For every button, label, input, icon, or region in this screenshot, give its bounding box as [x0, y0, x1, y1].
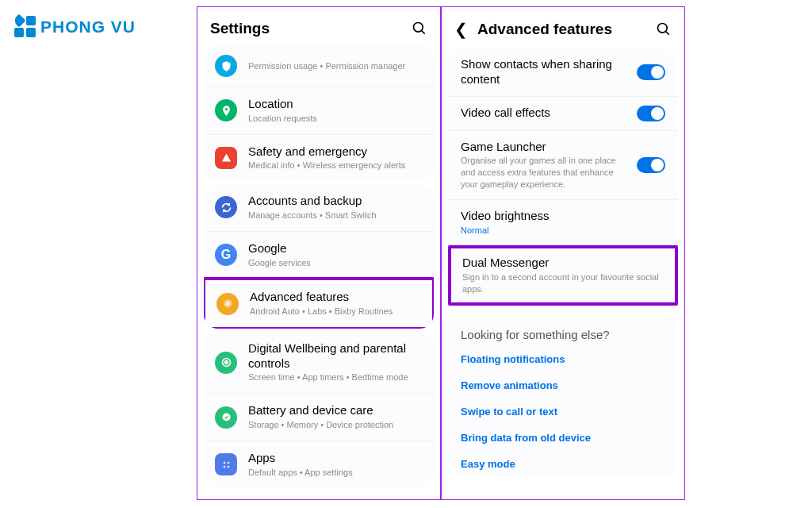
link-floating-notifications[interactable]: Floating notifications — [448, 346, 678, 372]
link-swipe-call-text[interactable]: Swipe to call or text — [448, 398, 678, 425]
row-title: Accounts and backup — [248, 194, 423, 209]
toggle-show-contacts[interactable]: Show contacts when sharing content — [448, 48, 678, 97]
logo-text: PHONG VU — [40, 17, 136, 37]
settings-scroll[interactable]: Permission usage • Permission manager Lo… — [197, 42, 440, 493]
settings-header: Settings — [197, 7, 440, 47]
sync-icon — [215, 196, 237, 218]
row-title: Show contacts when sharing content — [461, 57, 629, 87]
google-icon: G — [215, 244, 237, 266]
settings-title: Settings — [210, 20, 402, 37]
svg-line-1 — [422, 31, 425, 34]
row-title: Video brightness — [461, 209, 665, 224]
suggestions-group: Looking for something else? Floating not… — [448, 314, 678, 477]
row-title: Dual Messenger — [462, 256, 664, 271]
settings-item-advanced-features[interactable]: Advanced featuresAndroid Auto • Labs • B… — [204, 277, 434, 329]
row-title: Advanced features — [250, 290, 421, 305]
row-sub: Android Auto • Labs • Bixby Routines — [250, 306, 421, 318]
svg-point-10 — [658, 24, 668, 33]
row-sub: Screen time • App timers • Bedtime mode — [248, 371, 423, 383]
row-title: Game Launcher — [461, 140, 629, 155]
svg-point-6 — [223, 461, 225, 464]
row-title: Location — [248, 97, 423, 112]
toggle-switch[interactable] — [637, 64, 665, 80]
row-sub: Permission usage • Permission manager — [248, 60, 423, 72]
row-title: Digital Wellbeing and parental controls — [248, 341, 423, 371]
advanced-header: ❮ Advanced features — [442, 7, 684, 48]
search-icon[interactable] — [412, 21, 427, 37]
svg-point-2 — [224, 108, 227, 110]
link-easy-mode[interactable]: Easy mode — [448, 451, 678, 477]
svg-point-5 — [224, 361, 228, 364]
shield-icon — [215, 55, 237, 77]
link-bring-data-old-device[interactable]: Bring data from old device — [448, 425, 678, 451]
settings-item-safety[interactable]: Safety and emergencyMedical info • Wirel… — [204, 135, 434, 182]
svg-point-8 — [223, 465, 225, 468]
row-sub: Manage accounts • Smart Switch — [248, 210, 423, 221]
row-title: Google — [248, 241, 423, 256]
settings-item-wellbeing[interactable]: Digital Wellbeing and parental controlsS… — [204, 332, 434, 394]
settings-item-location[interactable]: LocationLocation requests — [204, 87, 434, 135]
row-sub: Normal — [461, 225, 665, 237]
svg-line-11 — [666, 32, 669, 35]
device-care-icon — [215, 406, 237, 429]
brand-logo: PHONG VU — [14, 16, 136, 37]
row-sub: Google services — [248, 257, 423, 269]
alert-icon — [215, 147, 237, 169]
row-title: Video call effects — [461, 106, 629, 121]
row-sub: Storage • Memory • Device protection — [248, 419, 423, 431]
item-dual-messenger[interactable]: Dual MessengerSign in to a second accoun… — [448, 245, 678, 305]
back-button[interactable]: ❮ — [454, 20, 468, 39]
row-sub: Sign in to a second account in your favo… — [462, 271, 664, 295]
svg-point-7 — [227, 461, 229, 464]
search-icon[interactable] — [656, 21, 672, 37]
link-remove-animations[interactable]: Remove animations — [448, 372, 678, 398]
row-title: Apps — [248, 451, 423, 466]
toggle-game-launcher[interactable]: Game LauncherOrganise all your games all… — [448, 131, 678, 200]
settings-item-privacy[interactable]: Permission usage • Permission manager — [204, 45, 434, 87]
toggle-switch[interactable] — [637, 106, 665, 121]
toggle-switch[interactable] — [637, 157, 665, 173]
row-title: Battery and device care — [248, 403, 423, 418]
apps-grid-icon — [215, 453, 237, 475]
row-title: Safety and emergency — [248, 144, 423, 160]
settings-item-google[interactable]: G GoogleGoogle services — [204, 232, 434, 279]
svg-point-0 — [414, 23, 423, 33]
item-video-brightness[interactable]: Video brightnessNormal — [448, 200, 678, 246]
wellbeing-icon — [215, 352, 237, 374]
row-sub: Default apps • App settings — [248, 467, 423, 479]
settings-pane: Settings Permission usage • Permission m… — [197, 6, 441, 500]
svg-point-9 — [227, 465, 229, 468]
toggle-video-call-effects[interactable]: Video call effects — [448, 97, 678, 131]
advanced-scroll[interactable]: Show contacts when sharing content Video… — [442, 44, 684, 495]
row-sub: Location requests — [248, 113, 423, 125]
location-pin-icon — [215, 99, 237, 121]
row-sub: Organise all your games all in one place… — [461, 155, 629, 190]
gear-badge-icon — [216, 293, 239, 315]
advanced-features-pane: ❮ Advanced features Show contacts when s… — [441, 6, 685, 500]
settings-item-apps[interactable]: AppsDefault apps • App settings — [204, 441, 434, 488]
suggestions-title: Looking for something else? — [448, 314, 678, 346]
logo-glyph — [14, 16, 36, 37]
row-sub: Medical info • Wireless emergency alerts — [248, 160, 423, 171]
advanced-title: Advanced features — [477, 21, 646, 38]
settings-item-accounts[interactable]: Accounts and backupManage accounts • Sma… — [204, 184, 434, 232]
settings-item-battery[interactable]: Battery and device careStorage • Memory … — [204, 394, 434, 441]
